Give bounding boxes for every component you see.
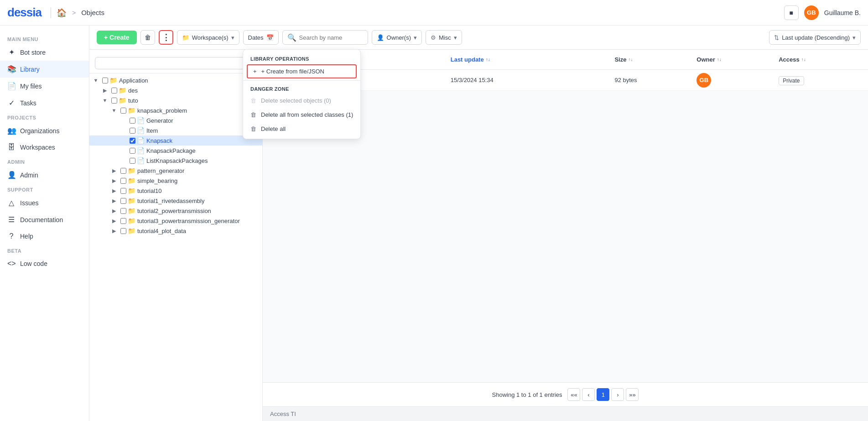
calendar-icon: 📅 [266, 34, 274, 41]
create-from-file-item[interactable]: + + Create from file/JSON [247, 64, 357, 78]
checkbox-item[interactable] [128, 128, 137, 134]
checkbox-tutorial1[interactable] [119, 198, 128, 204]
tree-search-input[interactable] [95, 57, 257, 69]
tree-node-tuto[interactable]: ▼ 📁 tuto [89, 95, 262, 105]
access-sort-icon: ↑↓ [801, 57, 806, 62]
misc-dropdown[interactable]: ⚙ Misc ▾ [426, 30, 462, 45]
tree-node-pattern-generator[interactable]: ▶ 📁 pattern_generator [89, 166, 262, 176]
workspace-dropdown[interactable]: 📁 Workspace(s) ▾ [177, 30, 239, 45]
tree-label-listknapsackpackages: ListKnapsackPackages [146, 157, 208, 164]
tree-node-simple-bearing[interactable]: ▶ 📁 simple_bearing [89, 176, 262, 186]
folder-icon-simple-bearing: 📁 [128, 177, 135, 184]
delete-selected-item[interactable]: 🗑 Delete selected objects (0) [243, 94, 360, 108]
sidebar-item-my-files[interactable]: 📄 My files [0, 78, 89, 94]
sidebar-item-admin[interactable]: 👤 Admin [0, 166, 89, 183]
tree-node-knapsackpackage[interactable]: ▶ 📄 KnapsackPackage [89, 146, 262, 156]
bot-store-icon: ✦ [7, 48, 16, 57]
tree-label-tutorial1: tutorial1_rivetedassembly [137, 198, 204, 204]
access-badge: Private [779, 76, 804, 85]
issues-icon: △ [7, 198, 16, 207]
tree-node-application[interactable]: ▼ 📁 Application [89, 75, 262, 85]
pagination-info: Showing 1 to 1 of 1 entries [492, 391, 562, 398]
sidebar-item-bot-store[interactable]: ✦ Bot store [0, 44, 89, 61]
checkbox-tuto[interactable] [109, 98, 119, 104]
sort-button[interactable]: ⇅ Last update (Descending) ▾ [769, 30, 861, 45]
sidebar-item-workspaces[interactable]: 🗄 Workspaces [0, 139, 89, 156]
expand-icon-pattern-generator: ▶ [109, 168, 119, 174]
th-lastupdate[interactable]: Last update ↑↓ [451, 56, 615, 63]
th-owner[interactable]: Owner ↑↓ [696, 56, 779, 63]
sidebar-item-tasks[interactable]: ✓ Tasks [0, 94, 89, 111]
delete-icon: 🗑 [145, 34, 151, 41]
tree-node-listknapsackpackages[interactable]: ▶ 📄 ListKnapsackPackages [89, 156, 262, 166]
pagination-page-1[interactable]: 1 [597, 388, 609, 401]
tree-node-tutorial3[interactable]: ▶ 📁 tutorial3_powertransmission_generato… [89, 216, 262, 226]
breadcrumb-home[interactable]: 🏠 [57, 8, 67, 18]
tree-label-application: Application [119, 77, 148, 84]
tree-node-generator[interactable]: ▶ 📄 Generator [89, 115, 262, 125]
checkbox-tutorial10[interactable] [119, 188, 128, 194]
tree-node-tutorial1[interactable]: ▶ 📁 tutorial1_rivetedassembly [89, 196, 262, 206]
access-ti-label: Access TI [270, 411, 296, 417]
tree-node-tutorial10[interactable]: ▶ 📁 tutorial10 [89, 186, 262, 196]
sidebar-label-help: Help [20, 233, 33, 240]
tree-node-knapsack-problem[interactable]: ▼ 📁 knapsack_problem [89, 105, 262, 115]
sidebar-label-my-files: My files [20, 83, 42, 90]
checkbox-simple-bearing[interactable] [119, 178, 128, 184]
pagination: Showing 1 to 1 of 1 entries «« ‹ 1 › »» [263, 382, 868, 406]
sidebar-item-library[interactable]: 📚 Library [0, 61, 89, 78]
search-input[interactable] [299, 34, 363, 41]
file-icon-listknapsackpackages: 📄 [137, 157, 145, 164]
checkbox-generator[interactable] [128, 118, 137, 124]
tree-node-tutorial4[interactable]: ▶ 📁 tutorial4_plot_data [89, 226, 262, 236]
checkbox-knapsack[interactable] [128, 138, 137, 144]
sidebar-label-organizations: Organizations [20, 127, 59, 135]
pagination-first[interactable]: «« [567, 388, 580, 401]
expand-icon-des: ▶ [100, 88, 109, 94]
tree-node-item[interactable]: ▶ 📄 Item [89, 125, 262, 135]
sidebar-label-documentation: Documentation [20, 216, 63, 223]
sidebar-item-documentation[interactable]: ☰ Documentation [0, 211, 89, 228]
sidebar-label-library: Library [20, 66, 40, 73]
checkbox-listknapsackpackages[interactable] [128, 158, 137, 164]
create-button[interactable]: + Create [97, 31, 137, 44]
username-label: Guillaume B. [824, 9, 861, 16]
myfiles-icon: 📄 [7, 82, 16, 90]
tree-node-knapsack[interactable]: ▶ 📄 Knapsack [89, 135, 262, 146]
checkbox-tutorial3[interactable] [119, 218, 128, 224]
documentation-icon: ☰ [7, 215, 16, 224]
gear-icon: ⚙ [431, 34, 436, 41]
sidebar-item-help[interactable]: ? Help [0, 228, 89, 244]
checkbox-knapsack-problem[interactable] [119, 108, 128, 114]
pagination-last[interactable]: »» [626, 388, 639, 401]
th-access[interactable]: Access ↑↓ [779, 56, 861, 63]
folder-icon-des: 📁 [119, 87, 126, 94]
tree-label-tutorial4: tutorial4_plot_data [137, 228, 186, 234]
delete-all-item[interactable]: 🗑 Delete all [243, 122, 360, 136]
owner-dropdown[interactable]: 👤 Owner(s) ▾ [372, 30, 422, 45]
delete-button[interactable]: 🗑 [140, 30, 155, 45]
more-options-button[interactable]: ⋮ [159, 30, 173, 45]
expand-icon-tutorial4: ▶ [109, 228, 119, 234]
tree-node-des[interactable]: ▶ 📁 des [89, 85, 262, 95]
user-avatar[interactable]: GB [804, 5, 819, 20]
checkbox-tutorial2[interactable] [119, 208, 128, 214]
delete-all-class-item[interactable]: 🗑 Delete all from selected classes (1) [243, 108, 360, 122]
pagination-prev[interactable]: ‹ [582, 388, 595, 401]
pagination-next[interactable]: › [611, 388, 624, 401]
sidebar-item-low-code[interactable]: <> Low code [0, 255, 89, 272]
dates-dropdown[interactable]: Dates 📅 [243, 30, 279, 45]
low-code-icon: <> [7, 260, 16, 268]
checkbox-des[interactable] [109, 88, 119, 94]
workspaces-icon: 🗄 [7, 143, 16, 151]
tree-node-tutorial2[interactable]: ▶ 📁 tutorial2_powertransmission [89, 206, 262, 216]
th-size[interactable]: Size ↑↓ [614, 56, 696, 63]
misc-dropdown-chevron: ▾ [454, 34, 457, 41]
sidebar-item-organizations[interactable]: 👥 Organizations [0, 122, 89, 139]
checkbox-tutorial4[interactable] [119, 228, 128, 234]
sidebar-item-issues[interactable]: △ Issues [0, 194, 89, 211]
checkbox-application[interactable] [100, 78, 109, 83]
checkbox-pattern-generator[interactable] [119, 168, 128, 174]
checkbox-knapsackpackage[interactable] [128, 148, 137, 154]
topbar-menu-icon[interactable]: ■ [784, 5, 799, 20]
